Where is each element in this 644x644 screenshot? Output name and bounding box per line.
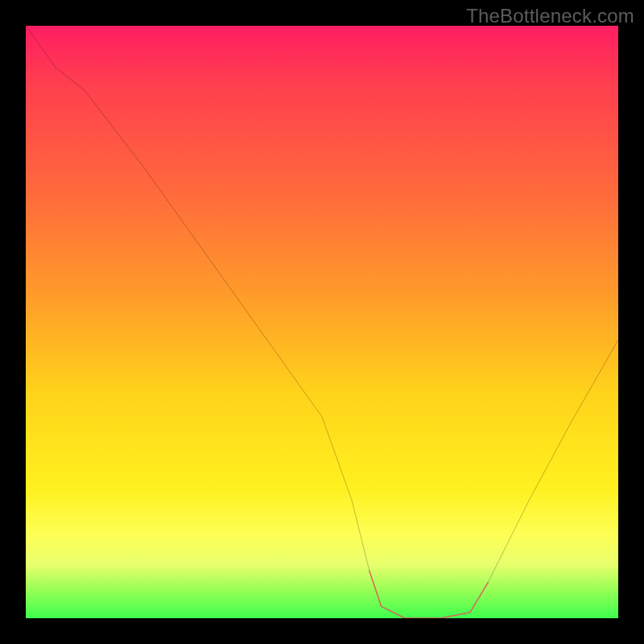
optimal-range-highlight	[369, 571, 488, 618]
plot-area	[26, 26, 618, 618]
curve-overlay	[26, 26, 618, 618]
watermark-text: TheBottleneck.com	[466, 5, 634, 27]
bottleneck-curve	[26, 26, 618, 618]
chart-frame: TheBottleneck.com	[0, 0, 644, 644]
